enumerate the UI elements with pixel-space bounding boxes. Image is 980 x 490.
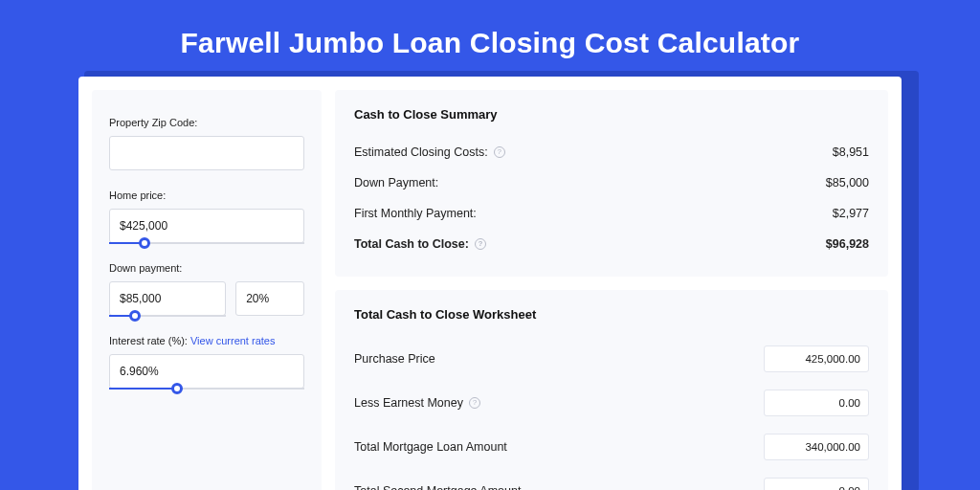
worksheet-row-earnest-money: Less Earnest Money ? <box>354 381 869 425</box>
summary-row-value: $8,951 <box>833 145 869 159</box>
home-price-label: Home price: <box>109 189 304 201</box>
calculator-card: Property Zip Code: Home price: Down paym… <box>78 77 902 490</box>
summary-row-label: Estimated Closing Costs: <box>354 145 488 159</box>
worksheet-title: Total Cash to Close Worksheet <box>354 307 869 322</box>
inputs-panel: Property Zip Code: Home price: Down paym… <box>92 90 322 490</box>
summary-row-label: First Monthly Payment: <box>354 207 477 220</box>
help-icon[interactable]: ? <box>475 238 486 250</box>
worksheet-row-label: Total Mortgage Loan Amount <box>354 440 507 454</box>
worksheet-panel: Total Cash to Close Worksheet Purchase P… <box>335 290 888 490</box>
summary-title: Cash to Close Summary <box>354 107 869 122</box>
down-payment-slider[interactable] <box>109 281 226 316</box>
zip-label: Property Zip Code: <box>109 117 304 128</box>
summary-total-label: Total Cash to Close: <box>354 237 469 251</box>
worksheet-row-input[interactable] <box>764 478 869 490</box>
worksheet-row-purchase-price: Purchase Price <box>354 337 869 381</box>
zip-field: Property Zip Code: <box>109 117 304 170</box>
summary-row-value: $85,000 <box>826 176 869 189</box>
summary-row-closing-costs: Estimated Closing Costs: ? $8,951 <box>354 137 869 167</box>
down-payment-label: Down payment: <box>109 262 304 274</box>
summary-total-row: Total Cash to Close: ? $96,928 <box>354 229 869 259</box>
interest-rate-slider[interactable] <box>109 354 304 389</box>
down-payment-pct-input[interactable] <box>235 281 304 316</box>
home-price-slider[interactable] <box>109 209 304 243</box>
worksheet-row-input[interactable] <box>764 390 869 416</box>
summary-row-down-payment: Down Payment: $85,000 <box>354 167 869 198</box>
results-column: Cash to Close Summary Estimated Closing … <box>335 90 888 490</box>
interest-rate-input[interactable] <box>109 354 304 389</box>
interest-rate-label: Interest rate (%): View current rates <box>109 335 304 346</box>
worksheet-row-label: Total Second Mortgage Amount <box>354 484 521 490</box>
down-payment-field: Down payment: <box>109 262 304 316</box>
summary-total-value: $96,928 <box>826 237 869 251</box>
summary-panel: Cash to Close Summary Estimated Closing … <box>335 90 888 277</box>
down-payment-pct-wrap[interactable] <box>235 281 304 316</box>
help-icon[interactable]: ? <box>494 146 505 158</box>
worksheet-row-label: Less Earnest Money <box>354 396 463 410</box>
summary-row-label: Down Payment: <box>354 176 438 189</box>
page-title: Farwell Jumbo Loan Closing Cost Calculat… <box>0 0 980 77</box>
summary-row-value: $2,977 <box>833 207 869 220</box>
worksheet-row-second-mortgage: Total Second Mortgage Amount <box>354 469 869 490</box>
zip-input[interactable] <box>109 136 304 170</box>
interest-rate-field: Interest rate (%): View current rates <box>109 335 304 389</box>
worksheet-row-input[interactable] <box>764 345 869 372</box>
help-icon[interactable]: ? <box>469 397 480 409</box>
home-price-field: Home price: <box>109 189 304 243</box>
worksheet-row-mortgage-amount: Total Mortgage Loan Amount <box>354 425 869 469</box>
worksheet-row-label: Purchase Price <box>354 352 435 366</box>
summary-row-first-payment: First Monthly Payment: $2,977 <box>354 198 869 229</box>
down-payment-input[interactable] <box>109 281 226 316</box>
view-rates-link[interactable]: View current rates <box>190 335 275 346</box>
worksheet-row-input[interactable] <box>764 434 869 460</box>
home-price-input[interactable] <box>109 209 304 243</box>
